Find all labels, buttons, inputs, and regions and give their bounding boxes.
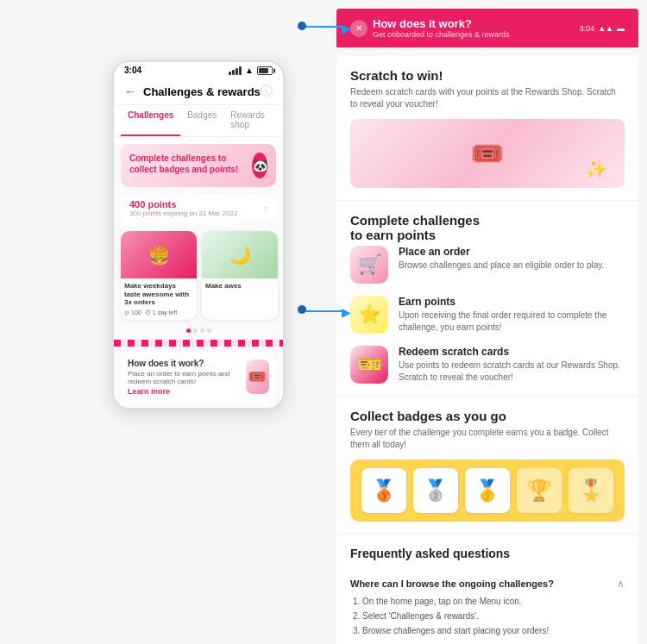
phone-hiw-title: How does it work?	[128, 359, 246, 368]
phone-header: ← Challenges & rewards ⓘ	[114, 78, 283, 105]
dot-1	[186, 328, 191, 333]
tab-badges[interactable]: Badges	[180, 105, 223, 136]
badge-5: 🎖️	[568, 468, 613, 513]
faq-section: Frequently asked questions Where can I b…	[336, 535, 638, 644]
phone-card-1-meta: ⊙ 100 ⏱ 1 day left	[124, 309, 193, 316]
close-button[interactable]: ✕	[350, 20, 367, 37]
steps-list: 🛒 Place an order Browse challenges and p…	[350, 246, 625, 384]
faq-answer-1-item-1: On the home page, tap on the Menu icon.	[362, 595, 625, 608]
phone-cards: 🍔 Make weekdays taste awesome with 3x or…	[114, 226, 283, 325]
step-earn-points-icon: ⭐	[350, 296, 388, 334]
phone-card-1-time: ⏱ 1 day left	[145, 309, 177, 316]
phone-banner: Complete challenges to collect badges an…	[121, 144, 276, 187]
phone-card-2[interactable]: 🌙 Make awes	[202, 231, 278, 320]
scratch-decoration: ✨	[586, 159, 607, 179]
badge-3: 🥇	[465, 468, 510, 513]
phone-status-right: 3:04 ▲▲ ▬	[580, 24, 625, 33]
faq-title: Frequently asked questions	[350, 547, 625, 560]
panda-icon: 🐼	[252, 153, 267, 178]
badges-title: Collect badges as you go	[350, 409, 625, 423]
phone-card-1-img: 🍔	[121, 231, 197, 278]
scratch-description: Redeem scratch cards with your points at…	[350, 86, 625, 110]
phone-divider	[114, 340, 283, 347]
phone-body: Complete challenges to collect badges an…	[114, 144, 283, 403]
step-redeem-icon: 🎫	[350, 346, 388, 384]
info-icon[interactable]: ⓘ	[261, 84, 273, 99]
phone-banner-text: Complete challenges to collect badges an…	[129, 153, 252, 175]
step-place-order: 🛒 Place an order Browse challenges and p…	[350, 246, 625, 284]
top-header: ✕ How does it work? Get onboarded to cha…	[336, 9, 638, 47]
tab-challenges[interactable]: Challenges	[121, 105, 180, 136]
top-header-title: How does it work?	[373, 17, 510, 30]
scratch-section: Scratch to win! Redeem scratch cards wit…	[336, 56, 638, 201]
step-redeem-desc: Use points to redeem scratch cards at ou…	[399, 360, 625, 384]
header-battery-icon: ▬	[617, 24, 625, 33]
complete-challenges-section: Complete challengesto earn points 🛒 Plac…	[336, 201, 638, 397]
step-earn-points-title: Earn points	[399, 296, 625, 308]
phone-status-bar: 3:04 ▲	[114, 62, 283, 78]
faq-question-1[interactable]: Where can I browse the ongoing challenge…	[350, 578, 625, 590]
tab-rewards-shop[interactable]: Rewards shop	[223, 105, 276, 136]
back-arrow-icon[interactable]: ←	[124, 84, 136, 98]
dot-4	[207, 328, 211, 333]
scratch-emoji: 🎟️	[470, 137, 505, 170]
step-earn-points-desc: Upon receiving the final order required …	[399, 309, 625, 334]
points-sub: 300 points expiring on 31 Mar 2022	[129, 209, 237, 217]
wifi-icon: ▲	[245, 66, 254, 75]
step-earn-points: ⭐ Earn points Upon receiving the final o…	[350, 296, 625, 334]
header-time: 3:04	[580, 24, 595, 33]
phone-card-1-title: Make weekdays taste awesome with 3x orde…	[124, 282, 193, 307]
arrow-dot-mid	[298, 305, 306, 314]
phone-mockup: 3:04 ▲ ← Challenges & rewards ⓘ Challeng…	[112, 60, 285, 410]
arrow-head-top: ▶	[342, 22, 351, 35]
step-place-order-icon: 🛒	[350, 246, 388, 284]
dot-3	[200, 328, 204, 333]
step-redeem-title: Redeem scratch cards	[399, 346, 625, 358]
phone-card-2-title: Make awes	[205, 282, 274, 291]
faq-item-1: Where can I browse the ongoing challenge…	[350, 569, 625, 644]
step-place-order-title: Place an order	[399, 246, 604, 258]
badges-row: 🥉 🥈 🥇 🏆 🎖️	[350, 460, 625, 522]
badge-2: 🥈	[413, 468, 458, 513]
header-signal-icon: ▲▲	[598, 24, 613, 33]
phone-card-2-img: 🌙	[202, 231, 278, 278]
phone-tabs: Challenges Badges Rewards shop	[114, 105, 283, 137]
phone-points-row: 400 points 300 points expiring on 31 Mar…	[121, 194, 276, 222]
arrow-head-mid: ▶	[342, 305, 351, 319]
phone-hiw-link[interactable]: Learn more	[128, 387, 246, 396]
badge-1: 🥉	[361, 468, 406, 513]
faq-answer-1: On the home page, tap on the Menu icon. …	[350, 595, 625, 637]
phone-hiw-sub: Place an order to earn points and redeem…	[128, 370, 246, 385]
phone-how-it-works: How does it work? Place an order to earn…	[121, 352, 276, 403]
phone-hiw-img: 🎟️	[246, 360, 269, 394]
scratch-title: Scratch to win!	[350, 68, 625, 83]
phone-carousel-dots	[114, 325, 283, 336]
arrow-line-mid	[302, 310, 345, 312]
badge-4: 🏆	[517, 468, 562, 513]
phone-card-1[interactable]: 🍔 Make weekdays taste awesome with 3x or…	[121, 231, 197, 320]
complete-challenges-title: Complete challengesto earn points	[350, 213, 625, 242]
phone-card-1-count: ⊙ 100	[124, 309, 141, 316]
faq-answer-1-item-3: Browse challenges and start placing your…	[362, 624, 625, 637]
top-header-subtitle: Get onboarded to challenges & rewards	[373, 30, 510, 39]
badges-section: Collect badges as you go Every tier of t…	[336, 397, 638, 535]
step-redeem-scratch: 🎫 Redeem scratch cards Use points to red…	[350, 346, 625, 384]
points-arrow-icon[interactable]: ›	[264, 203, 267, 215]
battery-icon	[257, 66, 273, 75]
badges-description: Every tier of the challenge you complete…	[350, 427, 625, 451]
points-value: 400 points	[129, 199, 237, 209]
dot-2	[193, 328, 198, 333]
faq-chevron-1: ∧	[617, 578, 625, 590]
phone-time: 3:04	[124, 66, 141, 75]
phone-header-title: Challenges & rewards	[143, 85, 261, 98]
arrow-dot-top	[298, 22, 306, 30]
faq-q-text-1: Where can I browse the ongoing challenge…	[350, 578, 617, 590]
signal-icon	[229, 66, 242, 75]
faq-answer-1-item-2: Select 'Challenges & rewards'.	[362, 610, 625, 622]
main-content: Scratch to win! Redeem scratch cards wit…	[336, 56, 638, 644]
step-place-order-desc: Browse challenges and place an eligible …	[399, 259, 604, 272]
arrow-line-top	[302, 26, 345, 28]
scratch-image: 🎟️ ✨	[350, 119, 625, 188]
